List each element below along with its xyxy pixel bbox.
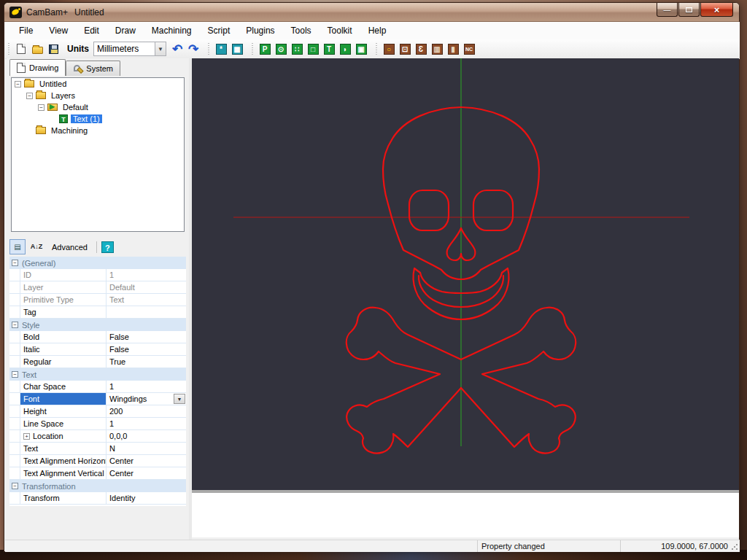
nc-file-button[interactable]: NC (461, 41, 477, 57)
redo-button[interactable]: ↷ (185, 41, 201, 57)
toolbar-grip[interactable] (375, 43, 379, 55)
property-row-regular[interactable]: RegularTrue (9, 356, 186, 368)
property-row-text-alignment-horizontal[interactable]: Text Alignment HorizontalCenter (9, 455, 186, 467)
category-row--general-[interactable]: −(General) (9, 257, 186, 269)
property-value[interactable]: Wingdings (109, 394, 147, 403)
menu-item-plugins[interactable]: Plugins (238, 23, 282, 38)
text-tool-button[interactable]: T (321, 41, 337, 57)
arc-button[interactable]: ◗ (337, 41, 353, 57)
menu-item-toolkit[interactable]: Toolkit (320, 23, 360, 38)
property-row-height[interactable]: Height200 (9, 405, 186, 418)
title-bar[interactable]: CamBam+ Untitled — × (4, 3, 739, 22)
tree-item-label[interactable]: Text (1) (71, 114, 102, 123)
drawing-canvas[interactable] (192, 58, 739, 490)
close-button[interactable]: × (700, 3, 733, 17)
tree-item-layers[interactable]: −Layers (12, 90, 184, 101)
property-value[interactable]: 1 (109, 271, 114, 279)
tree-item-default[interactable]: −Default (12, 101, 184, 113)
maximize-button[interactable] (678, 3, 700, 17)
collapse-icon[interactable]: − (12, 322, 18, 328)
property-value[interactable]: 1 (109, 382, 114, 391)
tree-expander-icon[interactable]: − (38, 104, 44, 111)
property-row-italic[interactable]: ItalicFalse (9, 343, 186, 356)
help-button[interactable]: ? (101, 241, 114, 253)
minimize-button[interactable]: — (657, 3, 678, 17)
menu-item-draw[interactable]: Draw (107, 23, 144, 38)
advanced-button[interactable]: Advanced (47, 241, 92, 254)
font-dropdown-button[interactable]: ▼ (174, 394, 185, 404)
collapse-icon[interactable]: − (12, 260, 18, 266)
property-row-text[interactable]: TextN (9, 443, 186, 455)
property-row-line-space[interactable]: Line Space1 (9, 418, 186, 430)
menu-item-tools[interactable]: Tools (283, 23, 320, 38)
surface-button[interactable]: ▣ (353, 41, 369, 57)
tree-item-untitled[interactable]: −Untitled (12, 78, 184, 90)
snap-points-button[interactable]: * (213, 41, 229, 57)
profile-toolpath-button[interactable]: ○ (381, 41, 397, 57)
property-row-id[interactable]: ID1 (9, 269, 186, 281)
menu-item-view[interactable]: View (41, 23, 76, 38)
category-row-style[interactable]: −Style (9, 319, 186, 331)
collapse-icon[interactable]: − (12, 371, 18, 378)
tree-item-label[interactable]: Default (61, 103, 90, 112)
menu-item-edit[interactable]: Edit (76, 23, 107, 38)
tree-item-label[interactable]: Machining (49, 126, 90, 135)
toolbar-grip[interactable] (207, 43, 211, 55)
property-value[interactable]: Default (109, 283, 135, 292)
category-row-transformation[interactable]: −Transformation (9, 480, 186, 492)
property-value[interactable]: Identity (109, 494, 135, 502)
new-file-button[interactable] (13, 41, 29, 57)
expand-icon[interactable]: + (23, 433, 30, 440)
rectangle-button[interactable]: □ (305, 41, 321, 57)
tree-item-label[interactable]: Untitled (37, 79, 69, 88)
resize-grip[interactable] (731, 543, 738, 551)
open-file-button[interactable] (29, 41, 45, 57)
tree-expander-icon[interactable]: − (26, 93, 33, 99)
save-file-button[interactable] (45, 41, 61, 57)
tree-item-label[interactable]: Layers (49, 91, 77, 100)
property-row-char-space[interactable]: Char Space1 (9, 381, 186, 393)
menu-item-file[interactable]: File (11, 23, 41, 38)
tree-item-machining[interactable]: Machining (12, 125, 184, 136)
property-value[interactable]: Text (109, 295, 124, 304)
circle-button[interactable]: ⊙ (273, 41, 289, 57)
grid-button[interactable]: ▦ (229, 41, 245, 57)
categorized-view-button[interactable]: ▤ (9, 239, 26, 254)
collapse-icon[interactable]: − (12, 483, 18, 489)
tab-system[interactable]: System (66, 61, 120, 76)
property-row-font[interactable]: FontWingdings▼ (9, 393, 186, 405)
units-dropdown-button[interactable]: ▼ (155, 42, 166, 55)
pocket-toolpath-button[interactable]: ⊡ (397, 41, 413, 57)
property-value[interactable]: 1 (109, 419, 114, 428)
property-value[interactable]: Center (109, 456, 133, 465)
property-row-bold[interactable]: BoldFalse (9, 331, 186, 343)
menu-item-machining[interactable]: Machining (144, 23, 200, 38)
category-row-text[interactable]: −Text (9, 368, 186, 381)
property-value[interactable]: N (109, 444, 115, 453)
tree-expander-icon[interactable]: − (15, 81, 21, 88)
menu-item-help[interactable]: Help (360, 23, 395, 38)
drill-toolpath-button[interactable]: ▥ (429, 41, 445, 57)
toolbar-grip[interactable] (251, 43, 255, 55)
property-row-primitive-type[interactable]: Primitive TypeText (9, 294, 186, 306)
lathe-toolpath-button[interactable]: ▮ (445, 41, 461, 57)
property-row-tag[interactable]: Tag (9, 306, 186, 319)
property-value[interactable]: False (109, 332, 129, 341)
menu-item-script[interactable]: Script (200, 23, 239, 38)
undo-button[interactable]: ↶ (169, 41, 185, 57)
property-row-location[interactable]: +Location0,0,0 (9, 430, 186, 443)
property-value[interactable]: 0,0,0 (109, 432, 127, 440)
polyline-button[interactable]: P (257, 41, 273, 57)
tree-item-text-1-[interactable]: TText (1) (12, 113, 184, 125)
alphabetical-sort-button[interactable]: A↓Z (28, 239, 44, 254)
property-value[interactable]: True (109, 357, 125, 366)
units-combobox[interactable]: Millimeters ▼ (93, 42, 166, 56)
toolbar-grip[interactable] (7, 43, 11, 55)
point-list-button[interactable]: ∷ (289, 41, 305, 57)
property-row-layer[interactable]: LayerDefault (9, 281, 186, 294)
property-row-text-alignment-vertical[interactable]: Text Alignment VerticalCenter (9, 467, 186, 480)
property-value[interactable]: Center (109, 469, 133, 478)
property-value[interactable]: 200 (109, 407, 123, 416)
property-value[interactable]: False (109, 345, 129, 354)
engrave-toolpath-button[interactable]: Ɛ (413, 41, 429, 57)
